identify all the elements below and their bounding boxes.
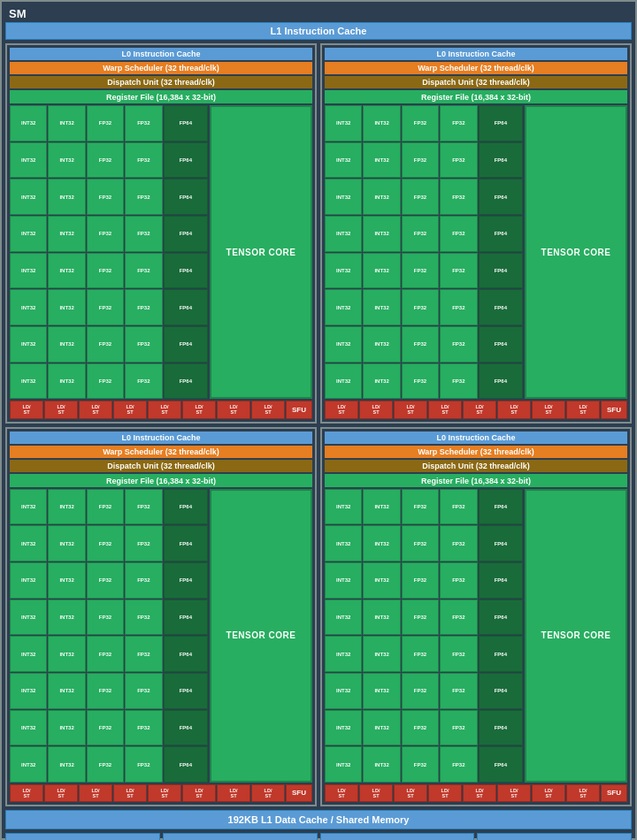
dispatch-unit-2: Dispatch Unit (32 thread/clk) (325, 76, 627, 88)
fp32-box: FP32 (440, 710, 477, 746)
warp-scheduler-2: Warp Scheduler (32 thread/clk) (325, 62, 627, 74)
int32-box: INT32 (325, 636, 362, 672)
int32-box: INT32 (363, 326, 400, 363)
int32-box: INT32 (10, 673, 47, 709)
alu-row: INT32 INT32 FP32 FP32 FP64 (325, 636, 523, 672)
int32-box: INT32 (48, 289, 85, 325)
ldst-box: LD/ST (217, 401, 250, 418)
fp32-box: FP32 (87, 562, 124, 599)
int32-box: INT32 (48, 673, 85, 709)
fp32-box: FP32 (440, 525, 477, 561)
tex-box-4: Tex (477, 833, 632, 840)
alu-row: INT32 INT32 FP32 FP32 FP64 (325, 105, 523, 141)
fp32-box: FP32 (440, 142, 477, 179)
alu-section-2: INT32 INT32 FP32 FP32 FP64 INT32 INT32 F… (325, 105, 523, 399)
fp32-box: FP32 (87, 746, 124, 783)
l0-cache-2: L0 Instruction Cache (325, 48, 627, 60)
alu-row: INT32 INT32 FP32 FP32 FP64 (325, 746, 523, 783)
fp64-box: FP64 (479, 746, 523, 783)
int32-box: INT32 (48, 710, 85, 746)
fp64-box: FP64 (164, 363, 208, 400)
int32-box: INT32 (10, 216, 47, 252)
ldst-box: LD/ST (182, 784, 216, 802)
int32-box: INT32 (325, 525, 362, 561)
warp-scheduler-4: Warp Scheduler (32 thread/clk) (325, 446, 627, 458)
int32-box: INT32 (325, 216, 362, 252)
int32-box: INT32 (10, 363, 47, 400)
int32-box: INT32 (10, 562, 47, 599)
int32-box: INT32 (363, 216, 400, 252)
fp32-box: FP32 (125, 253, 162, 289)
fp32-box: FP32 (402, 746, 439, 783)
fp32-box: FP32 (402, 636, 439, 672)
fp32-box: FP32 (125, 710, 162, 746)
ldst-box: LD/ST (566, 784, 600, 802)
int32-box: INT32 (48, 142, 85, 179)
alu-row: INT32 INT32 FP32 FP32 FP64 (10, 710, 208, 746)
int32-box: INT32 (325, 105, 362, 141)
fp32-box: FP32 (402, 179, 439, 215)
fp32-box: FP32 (125, 179, 162, 215)
int32-box: INT32 (10, 489, 47, 525)
int32-box: INT32 (48, 179, 85, 215)
alu-row: INT32 INT32 FP32 FP32 FP64 (10, 599, 208, 636)
tensor-core-1: TENSOR CORE (210, 105, 312, 399)
int32-box: INT32 (325, 599, 362, 636)
fp64-box: FP64 (479, 636, 523, 672)
core-area-2: INT32 INT32 FP32 FP32 FP64 INT32 INT32 F… (325, 105, 627, 399)
alu-row: INT32 INT32 FP32 FP32 FP64 (10, 562, 208, 599)
int32-box: INT32 (10, 525, 47, 561)
int32-box: INT32 (48, 489, 85, 525)
ldst-box: LD/ST (532, 401, 565, 418)
alu-section-3: INT32 INT32 FP32 FP32 FP64 INT32 INT32 F… (10, 489, 208, 783)
fp32-box: FP32 (87, 179, 124, 215)
fp32-box: FP32 (402, 562, 439, 599)
alu-row: INT32 INT32 FP32 FP32 FP64 (325, 673, 523, 709)
quad-grid: L0 Instruction Cache Warp Scheduler (32 … (5, 43, 632, 806)
fp32-box: FP32 (402, 142, 439, 179)
fp64-box: FP64 (164, 710, 208, 746)
fp64-box: FP64 (164, 253, 208, 289)
ldst-box: LD/ST (428, 784, 462, 802)
fp64-box: FP64 (164, 525, 208, 561)
int32-box: INT32 (10, 179, 47, 215)
int32-box: INT32 (325, 673, 362, 709)
alu-section-4: INT32 INT32 FP32 FP32 FP64 INT32 INT32 F… (325, 489, 523, 783)
fp32-box: FP32 (87, 289, 124, 325)
alu-row: INT32 INT32 FP32 FP32 FP64 (325, 179, 523, 215)
fp32-box: FP32 (440, 289, 477, 325)
alu-row: INT32 INT32 FP32 FP32 FP64 (10, 326, 208, 363)
alu-row: INT32 INT32 FP32 FP32 FP64 (10, 636, 208, 672)
fp64-box: FP64 (164, 746, 208, 783)
int32-box: INT32 (48, 326, 85, 363)
fp64-box: FP64 (164, 636, 208, 672)
dispatch-unit-1: Dispatch Unit (32 thread/clk) (10, 76, 312, 88)
ldst-box: LD/ST (44, 401, 78, 418)
int32-box: INT32 (363, 673, 400, 709)
int32-box: INT32 (325, 289, 362, 325)
ldst-box: LD/ST (325, 401, 358, 418)
fp32-box: FP32 (402, 673, 439, 709)
int32-box: INT32 (363, 562, 400, 599)
ldst-box: LD/ST (251, 784, 285, 802)
fp32-box: FP32 (87, 636, 124, 672)
int32-box: INT32 (363, 489, 400, 525)
ldst-box: LD/ST (10, 401, 43, 418)
ldst-box: LD/ST (532, 784, 565, 802)
int32-box: INT32 (363, 746, 400, 783)
alu-row: INT32 INT32 FP32 FP32 FP64 (325, 326, 523, 363)
fp32-box: FP32 (87, 142, 124, 179)
fp32-box: FP32 (440, 216, 477, 252)
alu-row: INT32 INT32 FP32 FP32 FP64 (325, 289, 523, 325)
int32-box: INT32 (363, 599, 400, 636)
int32-box: INT32 (48, 105, 85, 141)
fp32-box: FP32 (125, 673, 162, 709)
int32-box: INT32 (48, 216, 85, 252)
int32-box: INT32 (363, 179, 400, 215)
fp64-box: FP64 (479, 179, 523, 215)
fp64-box: FP64 (164, 216, 208, 252)
alu-row: INT32 INT32 FP32 FP32 FP64 (10, 142, 208, 179)
fp32-box: FP32 (440, 562, 477, 599)
fp32-box: FP32 (87, 105, 124, 141)
core-area-4: INT32 INT32 FP32 FP32 FP64 INT32 INT32 F… (325, 489, 627, 783)
